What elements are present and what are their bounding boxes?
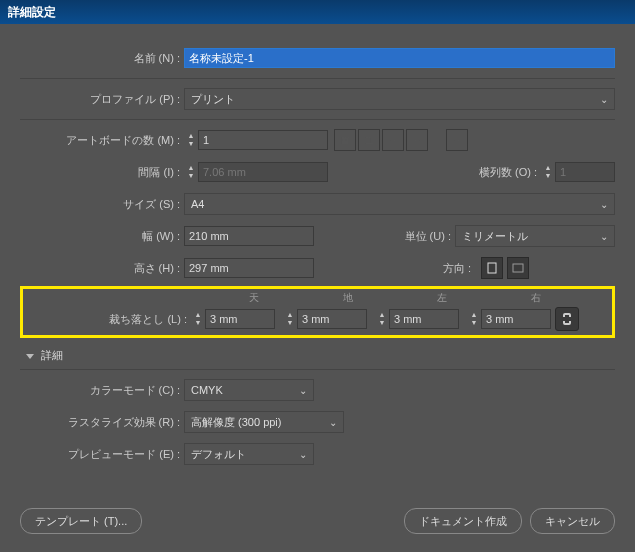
- colormode-label: カラーモード (C) :: [20, 383, 184, 398]
- bleed-highlight: 天 地 左 右 裁ち落とし (L) : ▲▼ ▲▼ ▲▼ ▲▼: [20, 286, 615, 338]
- chevron-down-icon: ⌄: [600, 94, 608, 105]
- bleed-right-stepper[interactable]: ▲▼: [467, 309, 551, 329]
- width-input[interactable]: [184, 226, 314, 246]
- arrow-left-icon: ←: [406, 129, 428, 151]
- columns-label: 横列数 (O) :: [479, 165, 541, 180]
- svg-rect-1: [513, 264, 523, 272]
- spacing-label: 間隔 (I) :: [20, 165, 184, 180]
- size-select[interactable]: A4 ⌄: [184, 193, 615, 215]
- dialog-window: 詳細設定 名前 (N) : プロファイル (P) : プリント ⌄ アートボード…: [0, 0, 635, 552]
- colormode-select[interactable]: CMYK ⌄: [184, 379, 314, 401]
- orientation-label: 方向 :: [443, 261, 475, 276]
- cancel-button[interactable]: キャンセル: [530, 508, 615, 534]
- triangle-down-icon: [26, 354, 34, 359]
- dialog-title: 詳細設定: [8, 4, 56, 21]
- size-label: サイズ (S) :: [20, 197, 184, 212]
- grid-row-icon: ▦: [334, 129, 356, 151]
- height-input[interactable]: [184, 258, 314, 278]
- link-icon[interactable]: [555, 307, 579, 331]
- profile-label: プロファイル (P) :: [20, 92, 184, 107]
- chevron-down-icon: ⌄: [600, 231, 608, 242]
- unit-select[interactable]: ミリメートル ⌄: [455, 225, 615, 247]
- height-label: 高さ (H) :: [20, 261, 184, 276]
- chevron-down-icon: ⌄: [329, 417, 337, 428]
- raster-select[interactable]: 高解像度 (300 ppi) ⌄: [184, 411, 344, 433]
- bleed-left-stepper[interactable]: ▲▼: [375, 309, 459, 329]
- name-label: 名前 (N) :: [20, 51, 184, 66]
- chevron-down-icon: ⌄: [600, 199, 608, 210]
- preview-label: プレビューモード (E) :: [20, 447, 184, 462]
- arrow-right-icon: →: [382, 129, 404, 151]
- width-label: 幅 (W) :: [20, 229, 184, 244]
- create-button[interactable]: ドキュメント作成: [404, 508, 522, 534]
- raster-label: ラスタライズ効果 (R) :: [20, 415, 184, 430]
- chevron-down-icon: ⌄: [299, 449, 307, 460]
- svg-rect-0: [488, 263, 496, 273]
- landscape-icon[interactable]: [507, 257, 529, 279]
- profile-select[interactable]: プリント ⌄: [184, 88, 615, 110]
- titlebar: 詳細設定: [0, 0, 635, 24]
- spacing-input: [198, 162, 328, 182]
- portrait-icon[interactable]: [481, 257, 503, 279]
- name-input[interactable]: [184, 48, 615, 68]
- columns-input: [555, 162, 615, 182]
- bleed-label: 裁ち落とし (L) :: [27, 312, 191, 327]
- detail-toggle[interactable]: 詳細: [26, 348, 615, 363]
- bleed-bottom-stepper[interactable]: ▲▼: [283, 309, 367, 329]
- arrow-right2-icon: →: [446, 129, 468, 151]
- grid-col-icon: ▥: [358, 129, 380, 151]
- artboards-label: アートボードの数 (M) :: [20, 133, 184, 148]
- chevron-down-icon: ⌄: [299, 385, 307, 396]
- artboards-stepper[interactable]: ▲▼: [184, 130, 328, 150]
- bleed-top-stepper[interactable]: ▲▼: [191, 309, 275, 329]
- preview-select[interactable]: デフォルト ⌄: [184, 443, 314, 465]
- unit-label: 単位 (U) :: [405, 229, 455, 244]
- template-button[interactable]: テンプレート (T)...: [20, 508, 142, 534]
